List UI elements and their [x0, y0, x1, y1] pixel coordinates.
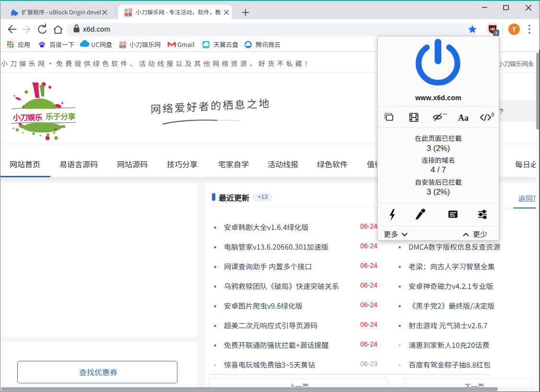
svg-text:Aa: Aa: [458, 113, 469, 123]
svg-text:8: 8: [492, 112, 494, 117]
svg-text:T: T: [512, 26, 516, 33]
